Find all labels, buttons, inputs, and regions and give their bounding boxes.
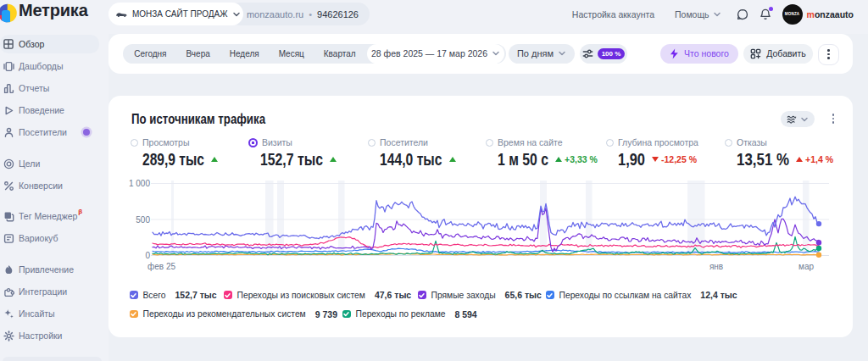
svg-text:янв: янв [709, 262, 723, 271]
svg-text:500: 500 [136, 215, 150, 225]
svg-text:1 000: 1 000 [129, 179, 150, 188]
svg-text:0: 0 [145, 251, 150, 260]
svg-text:мар: мар [798, 262, 814, 271]
svg-text:фев 25: фев 25 [147, 262, 175, 271]
